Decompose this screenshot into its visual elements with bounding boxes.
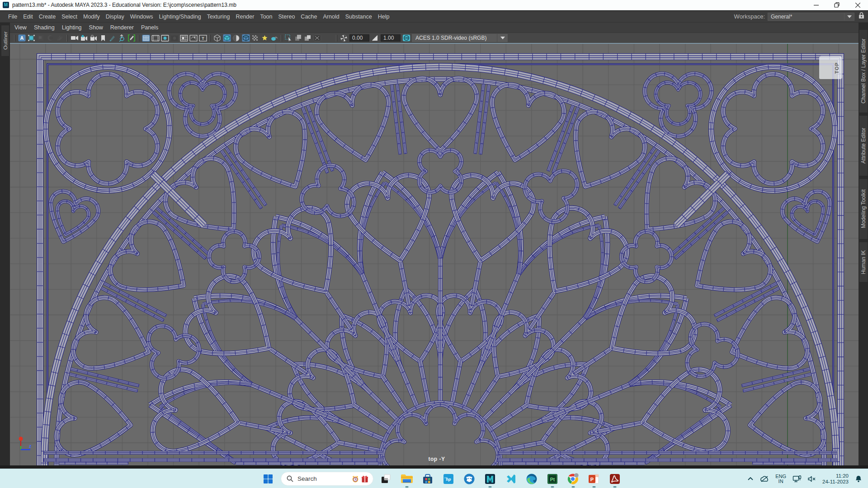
menu-file[interactable]: File bbox=[0, 14, 20, 20]
menu-lighting-shading[interactable]: Lighting/Shading bbox=[156, 14, 204, 20]
menu-windows[interactable]: Windows bbox=[127, 14, 156, 20]
select-by-animation-icon[interactable]: A bbox=[18, 34, 26, 42]
wireframe-cube-icon[interactable] bbox=[213, 34, 222, 42]
isolate-select-icon[interactable] bbox=[127, 34, 136, 42]
exposure-field[interactable]: 0.00 bbox=[349, 34, 369, 42]
tab-attribute-editor[interactable]: Attribute Editor bbox=[859, 115, 868, 176]
tab-outliner[interactable]: Outliner bbox=[1, 25, 9, 56]
menu-substance[interactable]: Substance bbox=[342, 14, 375, 20]
workspace-select[interactable]: General* bbox=[768, 13, 844, 21]
taskbar-powerpoint[interactable]: P bbox=[585, 470, 603, 488]
tray-clock[interactable]: 11:2024-11-2023 bbox=[822, 473, 849, 485]
left-sidebar: Outliner bbox=[0, 23, 10, 465]
menu-create[interactable]: Create bbox=[36, 14, 59, 20]
select-by-hierarchy-icon[interactable] bbox=[28, 34, 36, 42]
grid-toggle-icon[interactable] bbox=[142, 34, 150, 42]
taskbar-steam-wolf[interactable] bbox=[460, 470, 478, 488]
menu-select[interactable]: Select bbox=[59, 14, 80, 20]
tray-notification-bell-icon[interactable] bbox=[855, 475, 862, 483]
bookmark-icon[interactable] bbox=[99, 34, 107, 42]
panel-menu-panels[interactable]: Panels bbox=[137, 24, 162, 31]
contrast-icon[interactable] bbox=[371, 34, 379, 42]
tab-modeling-toolkit[interactable]: Modeling Toolkit bbox=[859, 178, 868, 239]
safe-title-icon[interactable]: T bbox=[199, 34, 207, 42]
taskbar-start[interactable] bbox=[259, 470, 277, 488]
tray-language-line1: ENG bbox=[775, 474, 786, 479]
xray-active-icon[interactable] bbox=[313, 34, 321, 42]
taskbar-substance-painter[interactable]: Pt bbox=[543, 470, 561, 488]
menu-help[interactable]: Help bbox=[375, 14, 392, 20]
taskbar-taskview[interactable] bbox=[377, 470, 395, 488]
panel-menu-renderer[interactable]: Renderer bbox=[107, 24, 137, 31]
taskbar-search[interactable]: Search bbox=[281, 472, 373, 486]
gamma-field[interactable]: 1.00 bbox=[381, 34, 401, 42]
resolution-gate-icon[interactable] bbox=[161, 34, 169, 42]
colorspace-combo[interactable]: ACES 1.0 SDR-video (sRGB) bbox=[412, 34, 508, 42]
viewport[interactable]: top -Y TOP z bbox=[10, 43, 859, 465]
xray-shaded-icon[interactable] bbox=[294, 34, 302, 42]
safe-action-icon[interactable] bbox=[189, 34, 198, 42]
toolbar-separator bbox=[137, 35, 140, 42]
taskbar-store[interactable] bbox=[419, 470, 437, 488]
view-gizmo[interactable]: TOP bbox=[819, 56, 842, 79]
snap-to-grid-icon[interactable] bbox=[71, 34, 79, 42]
svg-text:my: my bbox=[444, 476, 448, 479]
tab-channel-box-layer-editor[interactable]: Channel Box / Layer Editor bbox=[859, 29, 868, 113]
shadows-icon[interactable] bbox=[261, 34, 269, 42]
tray-time: 11:20 bbox=[822, 473, 849, 479]
tray-language-indicator[interactable]: ENGIN bbox=[775, 474, 786, 484]
panel-menu-show[interactable]: Show bbox=[85, 24, 107, 31]
menu-arnold[interactable]: Arnold bbox=[320, 14, 342, 20]
taskbar-chrome[interactable] bbox=[564, 470, 582, 488]
menu-modify[interactable]: Modify bbox=[80, 14, 103, 20]
taskbar-acrobat[interactable] bbox=[606, 470, 624, 488]
taskbar-maya[interactable] bbox=[481, 470, 499, 488]
taskbar-edge[interactable] bbox=[523, 470, 541, 488]
tray-display-icon[interactable] bbox=[793, 475, 802, 483]
tray-volume-muted-icon[interactable] bbox=[808, 476, 816, 482]
panel-menu-lighting[interactable]: Lighting bbox=[58, 24, 85, 31]
menu-cache[interactable]: Cache bbox=[298, 14, 320, 20]
use-all-lights-icon[interactable] bbox=[251, 34, 259, 42]
textured-sphere-icon[interactable] bbox=[232, 34, 241, 42]
taskbar-myhp[interactable]: hpmy bbox=[439, 470, 458, 488]
snap-to-point-icon[interactable] bbox=[90, 34, 98, 42]
color-managed-icon[interactable]: ON bbox=[402, 34, 410, 42]
field-chart-icon[interactable] bbox=[180, 34, 188, 42]
menu-edit[interactable]: Edit bbox=[20, 14, 36, 20]
minimize-button[interactable] bbox=[806, 0, 826, 10]
maximize-button[interactable] bbox=[826, 0, 847, 10]
axis-gizmo: z bbox=[17, 435, 38, 455]
textured-cube-icon[interactable] bbox=[242, 34, 250, 42]
snap-to-curve-icon[interactable] bbox=[80, 34, 88, 42]
tab-human-ik[interactable]: Human IK bbox=[859, 242, 868, 282]
close-button[interactable] bbox=[847, 0, 868, 10]
workspace-dropdown-arrow-icon[interactable] bbox=[844, 13, 854, 21]
tray-onedrive-icon[interactable] bbox=[760, 476, 769, 482]
menu-stereo[interactable]: Stereo bbox=[275, 14, 298, 20]
menu-display[interactable]: Display bbox=[103, 14, 127, 20]
shaded-cube-icon[interactable] bbox=[223, 34, 231, 42]
tray-chevron-up-icon[interactable] bbox=[747, 477, 754, 481]
menu-toon[interactable]: Toon bbox=[257, 14, 275, 20]
panel-menu-shading[interactable]: Shading bbox=[30, 24, 58, 31]
taskbar-visualstudio[interactable] bbox=[502, 470, 520, 488]
toolbar-separator bbox=[280, 35, 283, 42]
pan-zoom-icon[interactable] bbox=[118, 34, 126, 42]
taskbar-explorer[interactable] bbox=[398, 470, 416, 488]
search-highlight-gift-icon bbox=[361, 475, 368, 483]
window-title: pattern13.mb* - Autodesk MAYA 2023.3 - E… bbox=[12, 2, 236, 8]
occlusion-icon[interactable] bbox=[270, 34, 278, 42]
exposure-icon[interactable] bbox=[340, 34, 348, 42]
menu-texturing[interactable]: Texturing bbox=[204, 14, 233, 20]
film-gate-icon[interactable] bbox=[151, 34, 160, 42]
toolbar-separator bbox=[335, 35, 338, 42]
menu-render[interactable]: Render bbox=[233, 14, 257, 20]
xray-joints-icon[interactable] bbox=[304, 34, 312, 42]
colorspace-dropdown-arrow-icon[interactable] bbox=[497, 34, 508, 42]
selection-highlight-icon[interactable] bbox=[285, 34, 293, 42]
workspace-lock-icon[interactable] bbox=[859, 12, 864, 21]
toolbar-drag-handle[interactable] bbox=[14, 35, 16, 42]
viewport-panel: View Shading Lighting Show Renderer Pane… bbox=[10, 23, 859, 465]
panel-menu-view[interactable]: View bbox=[10, 24, 30, 31]
